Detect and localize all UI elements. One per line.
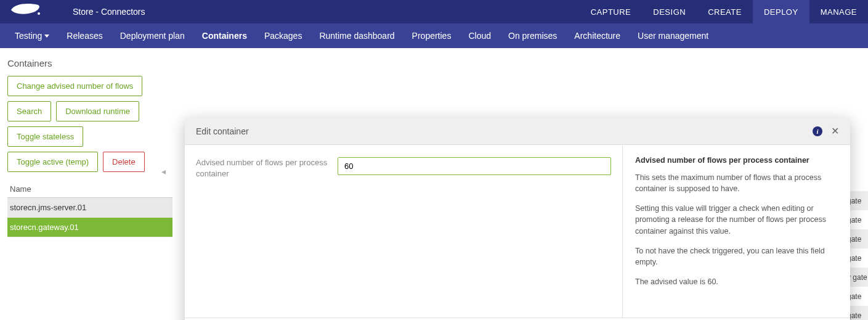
nav-create[interactable]: CREATE — [697, 0, 753, 23]
subnav-architecture[interactable]: Architecture — [566, 23, 629, 48]
advised-flows-input[interactable] — [338, 157, 611, 175]
nav-deploy[interactable]: DEPLOY — [753, 0, 809, 23]
help-heading: Advised number of flows per process cont… — [635, 156, 838, 165]
table-header-name: Name — [7, 181, 172, 198]
toggle-stateless-button[interactable]: Toggle stateless — [7, 126, 83, 147]
dialog-header: Edit container i ✕ — [185, 118, 850, 145]
edit-container-dialog: Edit container i ✕ Advised number of flo… — [185, 118, 850, 320]
download-runtime-button[interactable]: Download runtime — [56, 101, 139, 121]
close-icon[interactable]: ✕ — [831, 126, 839, 136]
table-row[interactable]: storecn.jms-server.01 — [7, 198, 172, 218]
subnav-deployment-plan[interactable]: Deployment plan — [112, 23, 193, 48]
help-text: Setting this value will trigger a check … — [635, 203, 838, 236]
form-area: Advised number of flows per process cont… — [185, 145, 622, 318]
top-nav: CAPTURE DESIGN CREATE DEPLOY MANAGE — [580, 0, 868, 23]
subnav-label: Testing — [15, 31, 42, 41]
subnav-testing[interactable]: Testing — [6, 23, 58, 48]
help-text: This sets the maximum number of flows th… — [635, 172, 838, 194]
help-text: To not have the check triggered, you can… — [635, 245, 838, 268]
main: Containers Change advised number of flow… — [0, 48, 868, 237]
subnav-packages[interactable]: Packages — [256, 23, 310, 48]
subnav-on-premises[interactable]: On premises — [500, 23, 566, 48]
subnav-runtime-dashboard[interactable]: Runtime dashboard — [310, 23, 403, 48]
subnav-releases[interactable]: Releases — [58, 23, 111, 48]
field-label: Advised number of flows per process cont… — [196, 157, 338, 305]
subnav-cloud[interactable]: Cloud — [460, 23, 500, 48]
change-advised-flows-button[interactable]: Change advised number of flows — [7, 76, 142, 96]
table-row[interactable]: storecn.gateway.01 — [7, 218, 172, 237]
caret-down-icon — [44, 35, 49, 38]
search-button[interactable]: Search — [7, 101, 51, 121]
dialog-body: Advised number of flows per process cont… — [185, 145, 850, 318]
nav-design[interactable]: DESIGN — [642, 0, 697, 23]
svg-point-0 — [38, 12, 40, 15]
left-panel: Containers Change advised number of flow… — [0, 48, 179, 237]
delete-button[interactable]: Delete — [103, 152, 145, 172]
dialog-footer: Save Cancel — [185, 318, 850, 320]
info-icon[interactable]: i — [813, 126, 822, 136]
nav-manage[interactable]: MANAGE — [809, 0, 868, 23]
logo — [0, 0, 52, 23]
subnav-properties[interactable]: Properties — [404, 23, 460, 48]
top-bar: Store - Connectors CAPTURE DESIGN CREATE… — [0, 0, 868, 23]
help-panel: Advised number of flows per process cont… — [622, 145, 850, 318]
nav-capture[interactable]: CAPTURE — [580, 0, 643, 23]
collapse-left-icon[interactable]: ◂ — [161, 166, 166, 176]
left-panel-title: Containers — [7, 58, 172, 68]
sub-nav: Testing Releases Deployment plan Contain… — [0, 23, 868, 48]
toggle-active-button[interactable]: Toggle active (temp) — [7, 152, 98, 172]
subnav-user-management[interactable]: User management — [629, 23, 717, 48]
logo-icon — [9, 1, 43, 20]
subnav-containers[interactable]: Containers — [193, 23, 256, 48]
dialog-title: Edit container — [196, 126, 249, 136]
app-title: Store - Connectors — [73, 7, 145, 17]
help-text: The advised value is 60. — [635, 276, 838, 287]
